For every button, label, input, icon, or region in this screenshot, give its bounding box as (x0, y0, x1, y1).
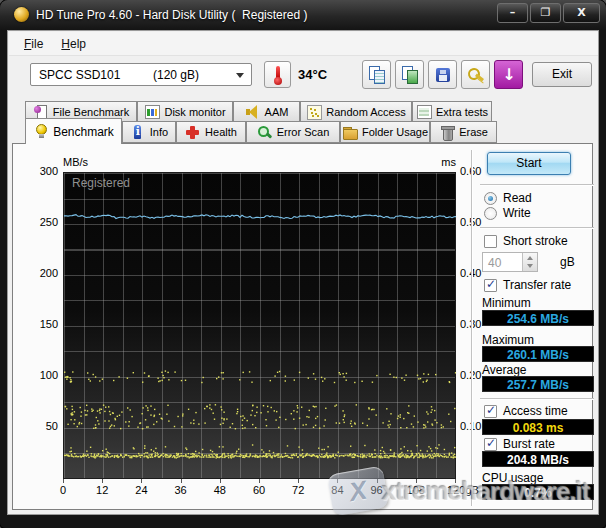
x-axis-tick: 108 (396, 484, 436, 496)
transfer-rate-label: Transfer rate (503, 278, 571, 292)
tab-extra-tests[interactable]: Extra tests (412, 101, 492, 122)
left-axis-tick: 250 (26, 216, 58, 228)
trash-icon (439, 125, 454, 140)
x-axis-tick: 24 (121, 484, 161, 496)
registered-watermark: Registered (72, 176, 130, 190)
magnifier-icon (257, 125, 272, 140)
window-controls: – ❐ X (497, 3, 600, 23)
transfer-rate-line (64, 215, 456, 219)
tab-label: Extra tests (436, 106, 488, 118)
tab-label: Info (150, 126, 168, 138)
x-axis-tickmarks (63, 479, 456, 483)
info-icon (130, 125, 145, 140)
copy-image-icon (401, 66, 419, 84)
tab-error-scan[interactable]: Error Scan (246, 121, 340, 143)
menu-help[interactable]: Help (52, 32, 95, 55)
burst-rate-value: 204.8 MB/s (482, 451, 594, 467)
write-label: Write (503, 206, 531, 220)
exit-button[interactable]: Exit (532, 62, 592, 87)
chevron-down-icon (236, 73, 244, 78)
transfer-rate-checkbox[interactable] (484, 279, 497, 292)
separator (480, 227, 594, 229)
tab-label: Erase (459, 126, 488, 138)
tab-label: Random Access (326, 106, 405, 118)
menu-file[interactable]: File (15, 32, 52, 55)
tab-health[interactable]: Health (176, 121, 246, 143)
write-radio[interactable] (484, 207, 497, 220)
minimum-value: 254.6 MB/s (482, 310, 594, 326)
x-axis-tick: 84 (317, 484, 357, 496)
left-axis-unit: MB/s (63, 156, 88, 168)
x-axis-tick: 36 (161, 484, 201, 496)
read-label: Read (503, 191, 532, 205)
access-time-value: 0.083 ms (482, 419, 594, 435)
copy-button[interactable] (362, 60, 391, 89)
access-time-dots (64, 370, 456, 458)
chart-canvas (64, 173, 456, 479)
short-stroke-size-spinner[interactable]: 40 (482, 252, 538, 272)
left-axis-tick: 200 (26, 267, 58, 279)
tab-benchmark[interactable]: Benchmark (25, 118, 122, 144)
separator (480, 184, 594, 186)
app-icon (14, 7, 29, 22)
tab-info[interactable]: Info (122, 121, 176, 143)
x-axis-tick: 72 (278, 484, 318, 496)
save-icon (434, 66, 452, 84)
left-axis-tick: 50 (26, 420, 58, 432)
tab-folder-usage[interactable]: Folder Usage (340, 121, 430, 143)
read-radio[interactable] (484, 192, 497, 205)
lightbulb-icon (33, 124, 48, 139)
cpu-usage-label: CPU usage (482, 471, 543, 485)
copy-image-button[interactable] (395, 60, 424, 89)
burst-rate-checkbox[interactable] (484, 438, 497, 451)
minimize-button[interactable]: – (497, 3, 528, 23)
save-button[interactable] (428, 60, 457, 89)
x-axis-tick: 0 (43, 484, 83, 496)
x-axis-tick: 120gB (443, 484, 483, 496)
x-axis-tick: 12 (82, 484, 122, 496)
thermometer-icon (276, 66, 280, 79)
left-axis-tick: 150 (26, 318, 58, 330)
panel-divider (471, 150, 473, 506)
speaker-icon (245, 104, 260, 119)
tab-disk-monitor[interactable]: Disk monitor (137, 101, 233, 122)
tab-erase[interactable]: Erase (430, 121, 497, 143)
tab-random-access[interactable]: Random Access (300, 101, 412, 122)
x-axis-tick: 48 (200, 484, 240, 496)
titlebar: HD Tune Pro 4.60 - Hard Disk Utility ( R… (0, 0, 606, 30)
maximum-value: 260.1 MB/s (482, 346, 594, 362)
update-download-button[interactable] (494, 60, 523, 89)
maximum-label: Maximum (482, 333, 534, 347)
access-time-checkbox[interactable] (484, 405, 497, 418)
x-axis-tick: 60 (239, 484, 279, 496)
extra-tests-icon (416, 104, 431, 119)
hd-tune-window: HD Tune Pro 4.60 - Hard Disk Utility ( R… (0, 0, 606, 528)
tab-aam[interactable]: AAM (233, 101, 300, 122)
copy-icon (368, 66, 386, 84)
tab-label: File Benchmark (53, 106, 129, 118)
burst-rate-label: Burst rate (503, 437, 555, 451)
drive-capacity: (120 gB) (153, 68, 199, 82)
folder-icon (342, 125, 357, 140)
random-access-icon (306, 104, 321, 119)
separator (480, 398, 594, 400)
options-key-button[interactable] (461, 60, 490, 89)
tab-label: Disk monitor (164, 106, 225, 118)
drive-selector[interactable]: SPCC SSD101 (120 gB) (30, 63, 252, 86)
start-button[interactable]: Start (487, 152, 571, 175)
short-stroke-size-value: 40 (488, 256, 501, 270)
close-button[interactable]: X (563, 3, 600, 23)
drive-name: SPCC SSD101 (39, 68, 120, 82)
access-time-label: Access time (503, 404, 568, 418)
short-stroke-checkbox[interactable] (484, 235, 497, 248)
file-benchmark-icon (33, 104, 48, 119)
tab-label: Health (205, 126, 237, 138)
temperature-value: 34°C (298, 67, 327, 82)
temperature-button[interactable] (264, 61, 291, 88)
tab-label: AAM (265, 106, 289, 118)
maximize-button[interactable]: ❐ (530, 3, 561, 23)
left-axis-tick: 100 (26, 369, 58, 381)
menubar: FileHelp (9, 32, 598, 56)
spinner-arrows-icon[interactable] (522, 253, 537, 271)
minimum-label: Minimum (482, 296, 531, 310)
